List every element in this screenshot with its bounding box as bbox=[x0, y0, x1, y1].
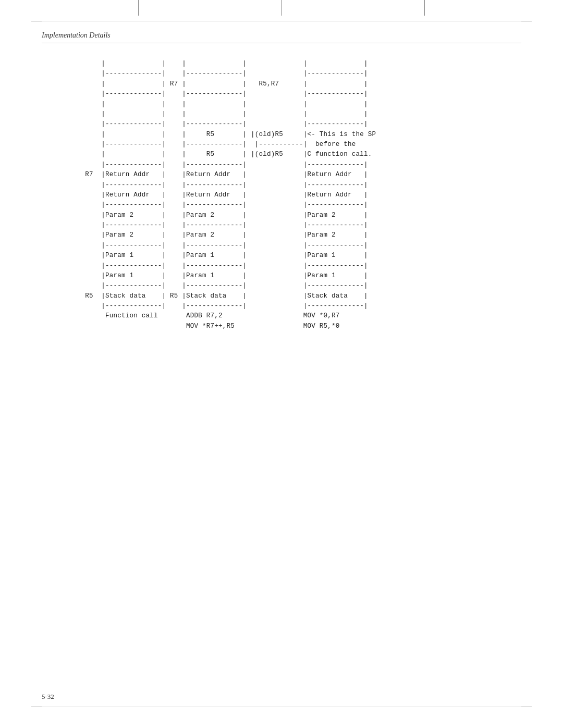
page-number: 5-32 bbox=[42, 693, 54, 701]
section-title: Implementation Details bbox=[42, 31, 521, 43]
tick-mark-right bbox=[424, 0, 425, 16]
border-left-bottom bbox=[31, 707, 42, 707]
tick-mark-left bbox=[138, 0, 139, 16]
stack-diagram: | | | | | | |--------------| |----------… bbox=[73, 59, 521, 331]
border-right-top bbox=[521, 21, 532, 21]
border-top bbox=[31, 21, 532, 21]
border-bottom bbox=[31, 707, 532, 707]
content-area: | | | | | | |--------------| |----------… bbox=[42, 59, 521, 331]
page-container: Implementation Details | | | | | | |----… bbox=[0, 0, 563, 728]
border-left-top bbox=[31, 21, 42, 21]
border-right-bottom bbox=[521, 707, 532, 707]
tick-mark-center bbox=[282, 0, 282, 16]
